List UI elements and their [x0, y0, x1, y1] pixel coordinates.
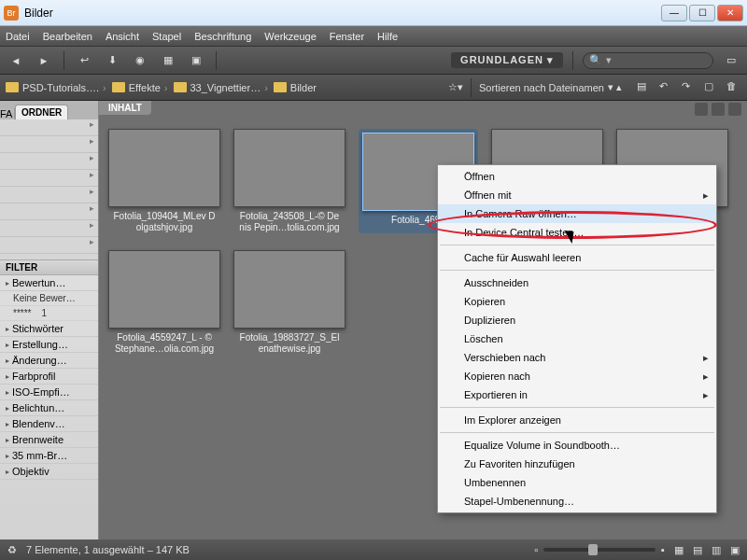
view-detail-icon[interactable] — [712, 103, 725, 116]
thumbnail-image — [108, 129, 220, 207]
sort-dropdown[interactable]: Sortieren nach Dateinamen ▾ ▴ — [479, 81, 622, 93]
menu-beschriftung[interactable]: Beschriftung — [194, 31, 251, 42]
filter-focal[interactable]: Brennweite — [0, 432, 98, 448]
close-button[interactable]: ✕ — [717, 5, 743, 21]
toolbar: ◄ ► ↩ ⬇ ◉ ▦ ▣ GRUNDLAGEN ▾ 🔍 ▾ ▭ — [0, 47, 747, 75]
ctx-item-1[interactable]: Öffnen mit — [438, 186, 716, 204]
crumb-0[interactable]: PSD-Tutorials….› — [6, 82, 106, 93]
ctx-item-10[interactable]: Löschen — [438, 329, 716, 348]
folder-icon — [112, 82, 125, 92]
crumb-1[interactable]: Effekte› — [112, 82, 168, 93]
folder-icon — [174, 82, 187, 92]
menu-werkzeuge[interactable]: Werkzeuge — [264, 31, 316, 42]
crumb-3[interactable]: Bilder — [274, 82, 317, 93]
zoom-in-icon[interactable]: ▪ — [661, 544, 665, 555]
workspace-dropdown[interactable]: GRUNDLAGEN ▾ — [451, 52, 563, 68]
thumbnail-caption: Fotolia_243508_L-© De nis Pepin…tolia.co… — [233, 211, 345, 233]
ctx-item-7[interactable]: Ausschneiden — [438, 273, 716, 292]
folder-icon — [274, 82, 287, 92]
menu-fenster[interactable]: Fenster — [330, 31, 364, 42]
filter-keywords[interactable]: Stichwörter — [0, 321, 98, 337]
ctx-item-12[interactable]: Kopieren nach — [438, 367, 716, 385]
filter-rating[interactable]: Bewertun… — [0, 275, 98, 291]
filter-35mm[interactable]: 35 mm-Br… — [0, 448, 98, 464]
trash-icon[interactable]: 🗑 — [726, 80, 741, 95]
zoom-out-icon[interactable]: ▫ — [534, 544, 538, 555]
view-mode-2-icon[interactable]: ▥ — [712, 544, 721, 556]
thumbnail-caption: Fotolia_19883727_S_El enathewise.jpg — [233, 332, 345, 355]
filter-created[interactable]: Erstellung… — [0, 337, 98, 353]
filter-modified[interactable]: Änderung… — [0, 353, 98, 369]
ctx-item-2[interactable]: In Camera Raw öffnen… — [438, 204, 716, 223]
new-folder-icon[interactable]: ▢ — [704, 80, 719, 95]
context-menu: ÖffnenÖffnen mitIn Camera Raw öffnen…In … — [437, 164, 717, 513]
filter-aperture[interactable]: Blendenv… — [0, 416, 98, 432]
thumbnail-6[interactable]: Fotolia_19883727_S_El enathewise.jpg — [233, 250, 345, 355]
ctx-item-18[interactable]: Zu Favoriten hinzufügen — [438, 455, 716, 473]
workspace-label: GRUNDLAGEN — [460, 54, 543, 65]
thumbnail-5[interactable]: Fotolia_4559247_L - © Stephane…olia.com.… — [108, 250, 220, 355]
ctx-item-5[interactable]: Cache für Auswahl leeren — [438, 248, 716, 267]
tab-folders[interactable]: ORDNER — [15, 105, 68, 119]
recycle-icon[interactable]: ♻ — [7, 544, 17, 556]
ctx-item-15[interactable]: Im Explorer anzeigen — [438, 411, 716, 429]
menu-ansicht[interactable]: Ansicht — [106, 31, 139, 42]
minimize-button[interactable]: — — [661, 5, 687, 21]
ctx-item-20[interactable]: Stapel-Umbenennung… — [438, 492, 716, 511]
search-input[interactable]: 🔍 ▾ — [583, 52, 713, 69]
back-button[interactable]: ◄ — [6, 50, 26, 71]
tab-favorites[interactable]: FA — [0, 108, 15, 119]
boomerang-icon[interactable]: ↩ — [74, 50, 94, 71]
thumbnail-1[interactable]: Fotolia_243508_L-© De nis Pepin…tolia.co… — [233, 129, 345, 233]
ctx-item-8[interactable]: Kopieren — [438, 292, 716, 311]
favorite-star-icon[interactable]: ☆▾ — [448, 81, 463, 93]
filter-rating-none[interactable]: Keine Bewer… — [0, 291, 98, 306]
view-mode-1-icon[interactable]: ▤ — [693, 544, 702, 556]
ctx-item-11[interactable]: Verschieben nach — [438, 348, 716, 367]
titlebar: Br Bilder — ☐ ✕ — [0, 0, 747, 26]
view-thumb-icon[interactable] — [695, 103, 708, 116]
crumb-2[interactable]: 33_Vignettier…› — [174, 82, 268, 93]
menubar: Datei Bearbeiten Ansicht Stapel Beschrif… — [0, 26, 747, 47]
filter-iso[interactable]: ISO-Empfi… — [0, 385, 98, 400]
thumbnail-size-slider[interactable] — [543, 548, 655, 552]
forward-button[interactable]: ► — [34, 50, 54, 71]
camera-icon[interactable]: ◉ — [130, 50, 150, 71]
maximize-button[interactable]: ☐ — [689, 5, 715, 21]
view-mode-3-icon[interactable]: ▣ — [730, 544, 740, 556]
menu-hilfe[interactable]: Hilfe — [377, 31, 398, 42]
compact-mode-icon[interactable]: ▭ — [721, 50, 741, 71]
folder-tree[interactable] — [0, 119, 98, 259]
filter-rating-stars[interactable]: ***** 1 — [0, 306, 98, 321]
thumbnail-image — [233, 250, 345, 329]
thumbnail-caption: Fotolia_4559247_L - © Stephane…olia.com.… — [108, 332, 220, 355]
menu-bearbeiten[interactable]: Bearbeiten — [43, 31, 92, 42]
filter-panel-title[interactable]: FILTER — [0, 259, 98, 275]
ctx-item-3[interactable]: In Device Central testen… — [438, 223, 716, 242]
download-icon[interactable]: ⬇ — [102, 50, 122, 71]
rotate-cw-icon[interactable]: ↷ — [682, 80, 697, 95]
ctx-item-0[interactable]: Öffnen — [438, 167, 716, 186]
rotate-ccw-icon[interactable]: ↶ — [659, 80, 674, 95]
filter-colorprofile[interactable]: Farbprofil — [0, 369, 98, 385]
thumbnail-image — [233, 129, 345, 207]
filter-lens[interactable]: Objektiv — [0, 464, 98, 480]
menu-stapel[interactable]: Stapel — [152, 31, 181, 42]
view-list-icon[interactable] — [728, 103, 741, 116]
tab-content[interactable]: INHALT — [99, 101, 151, 115]
thumbnail-0[interactable]: Fotolia_109404_MLev D olgatshjov.jpg — [108, 129, 220, 233]
filter-icon[interactable]: ▤ — [637, 80, 652, 95]
menu-datei[interactable]: Datei — [6, 31, 30, 42]
side-panel: FA ORDNER FILTER Bewertun… Keine Bewer… … — [0, 101, 99, 539]
window-title: Bilder — [24, 7, 661, 20]
filter-exposure[interactable]: Belichtun… — [0, 400, 98, 416]
output-icon[interactable]: ▣ — [186, 50, 206, 71]
grid-lock-icon[interactable]: ▦ — [674, 544, 684, 556]
ctx-item-17[interactable]: Equalize Volume in Soundbooth… — [438, 436, 716, 455]
ctx-item-13[interactable]: Exportieren in — [438, 385, 716, 404]
thumbnail-image — [108, 250, 220, 329]
ctx-item-9[interactable]: Duplizieren — [438, 311, 716, 329]
ctx-item-19[interactable]: Umbenennen — [438, 473, 716, 492]
refine-icon[interactable]: ▦ — [158, 50, 178, 71]
breadcrumb-bar: PSD-Tutorials….› Effekte› 33_Vignettier…… — [0, 75, 747, 101]
